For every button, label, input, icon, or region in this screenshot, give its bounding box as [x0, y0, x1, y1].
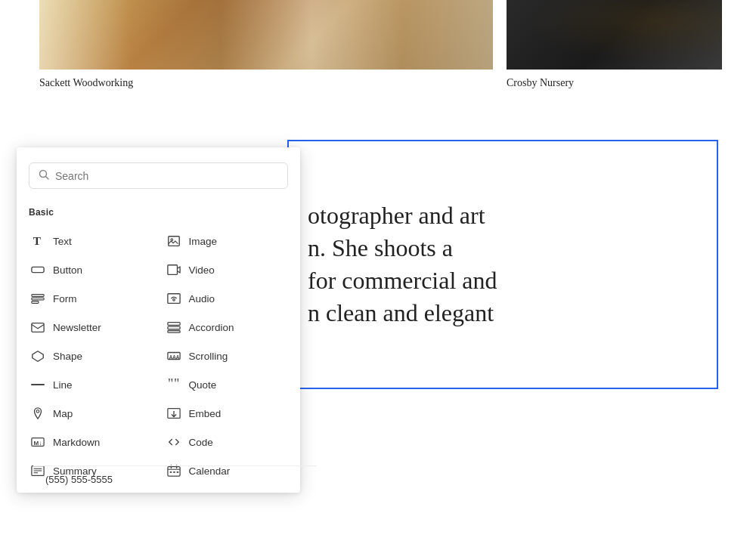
text-icon: T	[30, 233, 45, 249]
code-icon	[166, 434, 181, 450]
svg-text:M↓: M↓	[34, 440, 42, 447]
svg-text:AAA: AAA	[169, 354, 179, 360]
gallery-item-right: Crosby Nursery	[507, 0, 756, 117]
markdown-icon: M↓	[30, 434, 45, 450]
form-label: Form	[53, 293, 77, 305]
svg-rect-12	[32, 323, 44, 332]
text-label: Text	[53, 236, 72, 247]
form-icon	[30, 291, 45, 306]
svg-rect-5	[32, 267, 44, 272]
phone-bar: (555) 555-5555	[33, 465, 317, 493]
shape-icon	[30, 348, 45, 363]
shape-label: Shape	[53, 351, 82, 362]
grid-item-audio[interactable]: Audio	[159, 284, 295, 313]
line-label: Line	[53, 379, 73, 391]
grid-item-form[interactable]: Form	[23, 284, 159, 313]
svg-text:": "	[167, 378, 172, 391]
quote-icon: " "	[166, 377, 181, 392]
code-label: Code	[189, 437, 213, 448]
grid-item-video[interactable]: Video	[159, 255, 295, 284]
button-icon	[30, 262, 45, 277]
svg-text:T: T	[33, 234, 41, 247]
embed-label: Embed	[189, 408, 222, 419]
svg-point-4	[170, 239, 172, 241]
grid-item-button[interactable]: Button	[23, 255, 159, 284]
image-label: Image	[189, 236, 218, 247]
items-grid: T Text Image	[17, 227, 300, 485]
video-icon	[166, 262, 181, 277]
grid-item-shape[interactable]: Shape	[23, 342, 159, 370]
markdown-label: Markdown	[53, 437, 100, 448]
grid-item-accordion[interactable]: Accordion	[159, 313, 295, 342]
text-content: otographer and art n. She shoots a for c…	[308, 199, 497, 330]
gallery-section: Sackett Woodworking Crosby Nursery	[0, 0, 756, 117]
grid-item-image[interactable]: Image	[159, 227, 295, 255]
svg-rect-15	[167, 331, 179, 333]
svg-rect-13	[167, 323, 179, 326]
grid-item-embed[interactable]: Embed	[159, 399, 295, 428]
grid-item-code[interactable]: Code	[159, 428, 295, 456]
quote-label: Quote	[189, 379, 217, 391]
map-icon	[30, 406, 45, 421]
svg-rect-8	[32, 298, 44, 300]
video-label: Video	[189, 264, 215, 276]
scrolling-icon: AAA	[166, 348, 181, 363]
gallery-item-left: Sackett Woodworking	[0, 0, 507, 117]
gallery-label-woodworking: Sackett Woodworking	[39, 70, 507, 89]
svg-line-1	[46, 177, 49, 180]
newsletter-label: Newsletter	[53, 322, 101, 333]
accordion-label: Accordion	[189, 322, 234, 333]
audio-label: Audio	[189, 293, 215, 305]
svg-point-11	[172, 298, 175, 301]
accordion-icon	[166, 320, 181, 335]
grid-item-text[interactable]: T Text	[23, 227, 159, 255]
search-bar[interactable]	[29, 162, 288, 189]
search-container	[17, 162, 300, 201]
gallery-image-woodworking	[39, 0, 493, 70]
map-label: Map	[53, 408, 73, 419]
section-label: Basic	[17, 201, 300, 227]
svg-rect-9	[32, 301, 39, 304]
audio-icon	[166, 291, 181, 306]
svg-rect-6	[167, 265, 177, 275]
newsletter-icon	[30, 320, 45, 335]
button-label: Button	[53, 264, 82, 276]
grid-item-markdown[interactable]: M↓ Markdown	[23, 428, 159, 456]
svg-rect-3	[168, 237, 178, 246]
grid-item-map[interactable]: Map	[23, 399, 159, 428]
search-input[interactable]	[55, 170, 278, 182]
grid-item-scrolling[interactable]: AAA Scrolling	[159, 342, 295, 370]
grid-item-quote[interactable]: " " Quote	[159, 370, 295, 399]
phone-number: (555) 555-5555	[45, 474, 113, 485]
search-icon	[39, 169, 49, 182]
svg-rect-7	[32, 295, 44, 297]
text-content-area: otographer and art n. She shoots a for c…	[287, 140, 718, 389]
scrolling-label: Scrolling	[189, 351, 228, 362]
content-panel: Basic T Text I	[17, 147, 300, 493]
gallery-label-nursery: Crosby Nursery	[507, 70, 756, 89]
svg-rect-14	[167, 326, 179, 329]
grid-item-line[interactable]: Line	[23, 370, 159, 399]
gallery-image-nursery	[507, 0, 722, 70]
embed-icon	[166, 406, 181, 421]
grid-item-newsletter[interactable]: Newsletter	[23, 313, 159, 342]
image-icon	[166, 233, 181, 249]
line-icon	[30, 377, 45, 392]
svg-point-21	[36, 410, 39, 413]
svg-text:": "	[174, 378, 179, 391]
main-content: Basic T Text I	[0, 117, 756, 538]
